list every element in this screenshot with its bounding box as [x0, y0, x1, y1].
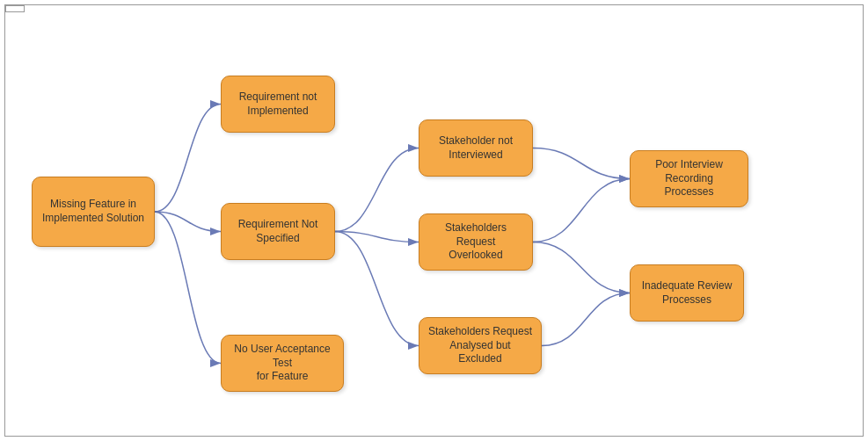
arrow-n3-n6 — [335, 232, 419, 242]
arrow-n7-n9 — [542, 293, 630, 346]
title-bar — [5, 5, 25, 12]
node-n7[interactable]: Stakeholders RequestAnalysed but Exclude… — [419, 317, 542, 374]
arrow-n3-n7 — [335, 232, 419, 346]
diagram-border: Missing Feature inImplemented SolutionRe… — [4, 4, 864, 437]
node-n5[interactable]: Stakeholder notInterviewed — [419, 119, 533, 177]
node-n1[interactable]: Missing Feature inImplemented Solution — [32, 177, 155, 247]
arrow-n3-n5 — [335, 148, 419, 232]
node-n3[interactable]: Requirement NotSpecified — [221, 203, 335, 260]
node-n9[interactable]: Inadequate ReviewProcesses — [630, 264, 744, 322]
arrow-n1-n4 — [155, 212, 221, 364]
node-n6[interactable]: Stakeholders RequestOverlooked — [419, 213, 533, 271]
arrow-n6-n9 — [533, 242, 630, 293]
node-n8[interactable]: Poor Interview RecordingProcesses — [630, 150, 748, 207]
arrow-n5-n8 — [533, 148, 630, 179]
arrow-n6-n8 — [533, 179, 630, 242]
arrow-n1-n2 — [155, 105, 221, 213]
node-n4[interactable]: No User Acceptance Testfor Feature — [221, 335, 344, 392]
node-n2[interactable]: Requirement notImplemented — [221, 76, 335, 133]
arrow-n1-n3 — [155, 212, 221, 232]
